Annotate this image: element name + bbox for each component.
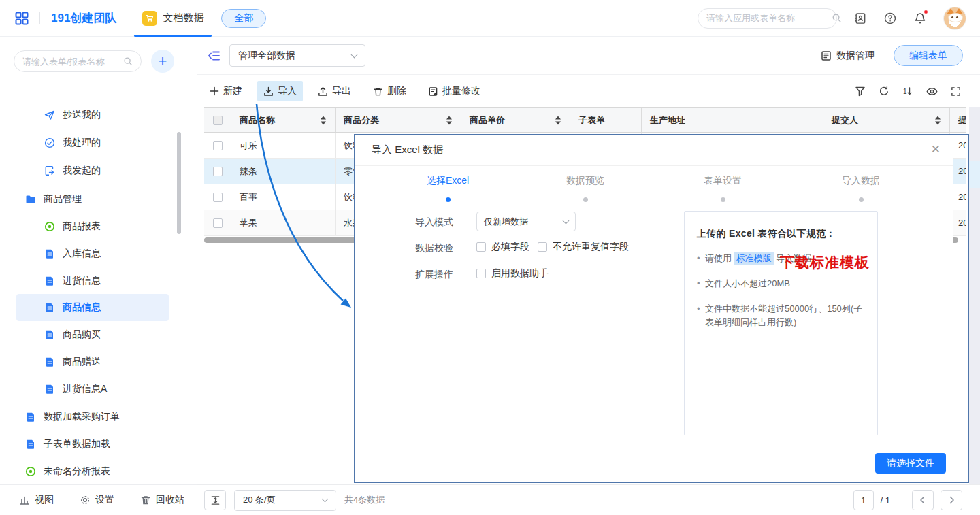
close-icon[interactable]: ✕: [931, 142, 941, 156]
no-duplicate-checkbox[interactable]: 不允许重复值字段: [538, 241, 629, 253]
notifications-bell-icon[interactable]: [913, 12, 927, 25]
sidebar-scrollbar[interactable]: [177, 132, 181, 234]
avatar[interactable]: [943, 7, 966, 30]
filter-icon[interactable]: [855, 86, 866, 97]
page-count: / 1: [881, 495, 890, 505]
col-label: 商品名称: [240, 114, 275, 127]
chevron-down-icon: [351, 51, 358, 58]
collapse-sidebar-icon[interactable]: [208, 49, 221, 63]
import-mode-label: 导入模式: [415, 216, 453, 229]
sort-toggle[interactable]: [446, 116, 452, 124]
row-checkbox[interactable]: [213, 141, 223, 150]
folder-icon: [25, 194, 36, 205]
sidebar-item-inbound-info[interactable]: 入库信息: [0, 240, 185, 267]
checkbox[interactable]: [476, 242, 486, 252]
col-label: 子表单: [578, 114, 605, 127]
select-all-checkbox[interactable]: [213, 116, 223, 125]
step-label: 选择Excel: [400, 175, 495, 187]
edit-form-button[interactable]: 编辑表单: [894, 45, 963, 66]
tab-doc-data[interactable]: 文档数据: [142, 0, 203, 37]
import-label: 导入: [278, 85, 297, 97]
avatar-eye: [951, 16, 953, 18]
recycle-bin-button[interactable]: 回收站: [140, 494, 184, 506]
svg-text:1: 1: [903, 88, 907, 95]
settings-button[interactable]: 设置: [80, 494, 114, 506]
eye-icon[interactable]: [926, 86, 938, 97]
data-view-value: 管理全部数据: [238, 50, 295, 62]
cell-name: 百事: [231, 184, 336, 210]
team-name[interactable]: 191创建团队: [51, 10, 116, 26]
col-submit-time-clipped: 提: [950, 108, 966, 132]
sidebar-item-data-load-purchase-order[interactable]: 数据加载采购订单: [0, 403, 185, 431]
add-form-button[interactable]: +: [151, 50, 174, 73]
sidebar-item-label: 入库信息: [63, 248, 101, 260]
checkbox-label: 不允许重复值字段: [553, 241, 629, 253]
step-data-preview: 数据预览: [538, 175, 633, 202]
scope-all-pill[interactable]: 全部: [221, 9, 266, 28]
checkbox-label: 必填字段: [491, 241, 529, 253]
data-view-select[interactable]: 管理全部数据: [229, 44, 365, 67]
sidebar-item-subform-data-load[interactable]: 子表单数据加载: [0, 431, 185, 458]
data-manage-button[interactable]: 数据管理: [821, 50, 875, 62]
import-mode-select[interactable]: 仅新增数据: [476, 212, 576, 231]
contacts-icon[interactable]: [853, 12, 867, 25]
sidebar-item-label: 商品报表: [63, 220, 101, 233]
sidebar-item-goods-buy[interactable]: 商品购买: [0, 321, 185, 348]
app-screen: 191创建团队 文档数据 全部: [0, 0, 980, 515]
new-record-button[interactable]: 新建: [210, 85, 242, 97]
sidebar-item-goods-info-selected[interactable]: 商品信息: [16, 294, 169, 321]
row-checkbox[interactable]: [213, 167, 223, 176]
next-page-button[interactable]: [941, 490, 962, 510]
standard-template-link[interactable]: 标准模版: [734, 252, 774, 265]
sort-toggle[interactable]: [935, 116, 941, 124]
fullscreen-icon[interactable]: [951, 86, 961, 97]
trash-icon: [140, 495, 151, 505]
sidebar-group-goods-management[interactable]: 商品管理: [0, 186, 185, 213]
sidebar-item-goods-gift[interactable]: 商品赠送: [0, 348, 185, 376]
batch-edit-button[interactable]: 批量修改: [428, 85, 480, 97]
report-target-icon: [44, 221, 55, 232]
global-search-input[interactable]: [706, 13, 826, 23]
sidebar-item-goods-report[interactable]: 商品报表: [0, 213, 185, 240]
select-file-button[interactable]: 请选择文件: [875, 453, 946, 474]
required-fields-checkbox[interactable]: 必填字段: [476, 241, 529, 253]
row-height-icon[interactable]: [204, 490, 226, 510]
export-button[interactable]: 导出: [318, 85, 351, 97]
sidebar-item-processed-by-me[interactable]: 我处理的: [0, 129, 185, 156]
sidebar-search-input[interactable]: [22, 56, 119, 67]
doc-arrow-icon: [44, 165, 55, 176]
import-button[interactable]: 导入: [257, 81, 303, 101]
sidebar-item-purchase-info[interactable]: 进货信息: [0, 267, 185, 295]
sidebar-search[interactable]: [14, 50, 142, 72]
sidebar-item-purchase-info-a[interactable]: 进货信息A: [0, 376, 185, 403]
page-size-select[interactable]: 20 条/页: [234, 490, 336, 511]
sort-icon[interactable]: 1: [902, 86, 913, 97]
settings-label: 设置: [95, 494, 114, 506]
sort-toggle[interactable]: [321, 116, 326, 124]
views-button[interactable]: 视图: [19, 494, 54, 506]
current-page-input[interactable]: [853, 490, 874, 510]
prev-page-button[interactable]: [912, 490, 934, 510]
row-checkbox[interactable]: [213, 193, 223, 202]
help-icon[interactable]: [883, 12, 897, 25]
page-size-value: 20 条/页: [243, 494, 276, 506]
data-assistant-checkbox[interactable]: 启用数据助手: [476, 267, 549, 280]
sort-toggle[interactable]: [555, 116, 561, 124]
col-label: 提交人: [832, 114, 858, 127]
sidebar-item-initiated-by-me[interactable]: 我发起的: [0, 157, 185, 184]
checkbox[interactable]: [476, 269, 486, 278]
global-search[interactable]: [698, 8, 837, 29]
row-checkbox[interactable]: [213, 218, 223, 228]
trash-icon: [373, 86, 383, 97]
checkbox[interactable]: [538, 242, 547, 252]
sidebar-item-cc-to-me[interactable]: 抄送我的: [0, 110, 185, 129]
refresh-icon[interactable]: [879, 86, 889, 97]
divider: [355, 165, 953, 166]
delete-button[interactable]: 删除: [373, 85, 406, 97]
apps-grid-icon[interactable]: [14, 10, 30, 27]
col-address: 生产地址: [642, 108, 823, 132]
form-doc-icon: [44, 384, 55, 395]
sidebar-item-label: 商品信息: [63, 301, 101, 314]
sidebar-item-label: 商品管理: [44, 193, 82, 205]
sidebar-item-unnamed-analysis-report[interactable]: 未命名分析报表: [0, 458, 185, 485]
